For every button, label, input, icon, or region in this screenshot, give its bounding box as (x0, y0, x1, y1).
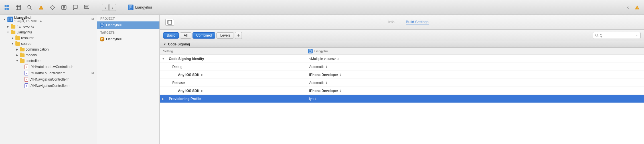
value-text-release: Automatic (309, 81, 324, 85)
settings-table: ▼ Code Signing Setting Liangyihui ▼ Code (160, 41, 644, 144)
sidebar-item-nav-m[interactable]: m LYHNavigationController.m (0, 83, 97, 89)
search-icon[interactable] (26, 4, 33, 11)
sidebar-item-source[interactable]: ▼ source (0, 41, 97, 47)
row-release[interactable]: Release Automatic ⇕ (160, 79, 644, 87)
svg-rect-4 (16, 5, 21, 10)
editor-toggle-button[interactable] (165, 19, 174, 26)
row-any-ios-sdk-release[interactable]: Any iOS SDK ⇕ iPhone Developer ⇕ (160, 87, 644, 95)
folder-icon-models (20, 53, 25, 57)
svg-rect-18 (84, 5, 89, 9)
grid-icon[interactable] (3, 4, 10, 11)
filter-levels-button[interactable]: Levels (216, 32, 234, 39)
search-input[interactable] (600, 33, 634, 37)
toolbar-separator-2 (122, 3, 122, 11)
warning-badge-icon[interactable]: ! (634, 4, 641, 11)
row-code-signing-identity[interactable]: ▼ Code Signing Identity <Multiple values… (160, 55, 644, 63)
sidebar-label-models: models (26, 53, 94, 57)
sidebar-label-resource: resource (21, 36, 94, 40)
add-setting-button[interactable]: + (235, 32, 242, 39)
filter-bar: Basic All Combined Levels + (160, 30, 644, 41)
project-file-icon (128, 5, 133, 10)
project-col-icon (308, 49, 313, 53)
list-icon[interactable] (60, 4, 67, 11)
project-item-icon (100, 23, 104, 27)
nav-back-icon-right[interactable]: ‹ (625, 4, 631, 11)
section-header-code-signing: ▼ Code Signing (160, 41, 644, 48)
row-value-provisioning-profile: lyh ⇕ (303, 95, 644, 102)
svg-line-35 (598, 36, 598, 37)
toolbar: ! ‹ › Liangyihui (0, 0, 644, 15)
stepper-icon[interactable]: ⇕ (337, 57, 339, 60)
stepper-ios-release[interactable]: ⇕ (339, 89, 341, 92)
sidebar-label-nav-m: LYHNavigationController.m (29, 84, 94, 88)
filter-basic-button[interactable]: Basic (163, 32, 179, 39)
project-badge: M (92, 18, 94, 21)
project-name: Liangyihui (14, 16, 42, 20)
target-item[interactable]: Liangyihui (97, 35, 159, 43)
folder-icon-controllers (20, 59, 25, 63)
stepper-provisioning[interactable]: ⇕ (315, 97, 317, 100)
section-title-code-signing: Code Signing (168, 42, 190, 46)
diamond-icon[interactable] (49, 4, 56, 11)
disclosure-models: ▶ (15, 53, 19, 57)
main-layout: ▼ Liangyihui 1 target, iOS SDK 8.4 M ▶ f… (0, 15, 644, 144)
col-header-value: Liangyihui (302, 49, 644, 53)
tab-build-settings[interactable]: Build Settings (406, 19, 429, 25)
stepper-ios-debug[interactable]: ⇕ (339, 73, 341, 76)
svg-rect-28 (101, 24, 103, 27)
row-disclosure-provisioning: ▶ (160, 97, 167, 100)
filter-combined-button[interactable]: Combined (193, 32, 216, 39)
column-headers: Setting Liangyihui (160, 48, 644, 55)
sidebar-item-liangyihui-folder[interactable]: ▼ Liangyihui (0, 29, 97, 35)
search-box[interactable] (593, 32, 641, 39)
col-setting-label: Setting (163, 49, 173, 53)
disclosure-source: ▼ (11, 42, 14, 45)
sidebar-item-autoload-m[interactable]: m LYHAutoLo...ontroller.m M (0, 70, 97, 76)
sidebar-item-autoload-h[interactable]: h LYHAutoLoad...wController.h (0, 64, 97, 70)
svg-rect-36 (309, 50, 311, 53)
stepper-release[interactable]: ⇕ (325, 81, 328, 84)
project-info: Liangyihui 1 target, iOS SDK 8.4 (14, 16, 42, 23)
search-dropdown-icon[interactable] (635, 34, 638, 37)
folder-icon-communication (20, 48, 25, 51)
stepper-debug[interactable]: ⇕ (325, 65, 328, 68)
value-text-ios-debug: iPhone Developer (309, 73, 338, 77)
project-panel: PROJECT Liangyihui TARGETS Liangyihui (97, 15, 160, 144)
svg-rect-1 (7, 5, 9, 7)
project-item[interactable]: Liangyihui (97, 21, 159, 29)
svg-rect-32 (168, 20, 172, 24)
sidebar-item-project-root[interactable]: ▼ Liangyihui 1 target, iOS SDK 8.4 M (0, 15, 97, 24)
warning-icon[interactable]: ! (38, 4, 44, 11)
svg-rect-2 (5, 8, 7, 10)
toolbar-separator (96, 3, 96, 11)
svg-point-34 (596, 34, 598, 36)
sidebar-item-frameworks[interactable]: ▶ frameworks (0, 24, 97, 29)
filter-all-button[interactable]: All (180, 32, 191, 39)
nav-forward-button[interactable]: › (109, 4, 116, 11)
value-text-provisioning: lyh (309, 97, 313, 101)
sidebar-item-controllers[interactable]: ▼ controllers (0, 58, 97, 64)
row-provisioning-profile[interactable]: ▶ Provisioning Profile lyh ⇕ (160, 95, 644, 103)
sidebar-item-communication[interactable]: ▶ communication (0, 47, 97, 52)
toolbar-project-name: Liangyihui (135, 5, 152, 9)
toolbar-title-area: Liangyihui (128, 5, 152, 10)
sidebar-item-nav-h[interactable]: h LYHNavigationController.h (0, 76, 97, 83)
disclosure-controllers: ▼ (15, 59, 19, 63)
project-subtitle: 1 target, iOS SDK 8.4 (14, 20, 42, 23)
nav-back-button[interactable]: ‹ (102, 4, 109, 11)
sidebar-item-models[interactable]: ▶ models (0, 52, 97, 58)
folder-icon-liangyihui (11, 31, 15, 34)
sidebar-label-autoload-m: LYHAutoLo...ontroller.m (29, 71, 90, 75)
sidebar-item-resource[interactable]: ▶ resource (0, 35, 97, 41)
comment-icon[interactable] (83, 4, 90, 11)
bubble-icon[interactable] (72, 4, 79, 11)
svg-marker-13 (50, 5, 55, 10)
svg-line-10 (30, 8, 32, 9)
row-any-ios-sdk-debug[interactable]: Any iOS SDK ⇕ iPhone Developer ⇕ (160, 71, 644, 79)
row-debug[interactable]: Debug Automatic ⇕ (160, 63, 644, 71)
col-header-setting: Setting (160, 49, 302, 53)
tab-info[interactable]: Info (388, 19, 394, 25)
toolbar-right: ‹ ! (625, 4, 641, 11)
table-icon[interactable] (15, 4, 22, 11)
value-text-ios-release: iPhone Developer (309, 89, 338, 93)
